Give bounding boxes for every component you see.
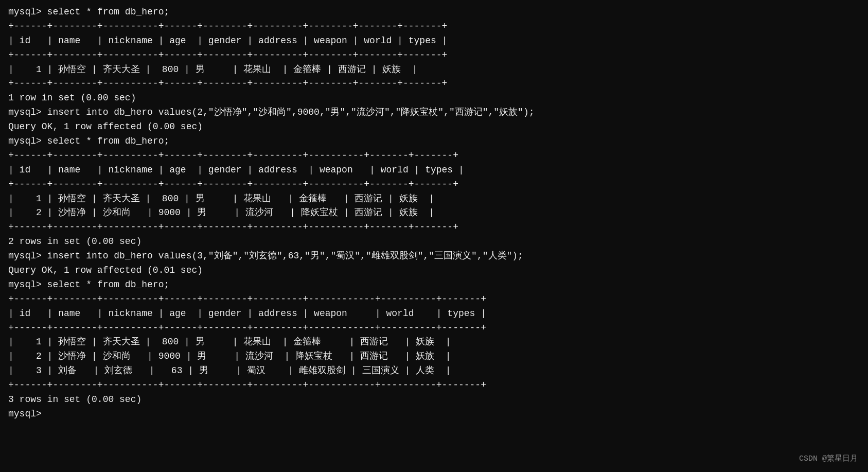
table-line-24: +------+--------+----------+------+-----… bbox=[8, 292, 860, 307]
table-line-5: +------+--------+----------+------+-----… bbox=[8, 77, 860, 91]
prompt-line-23: mysql> select * from db_hero; bbox=[8, 278, 860, 292]
result-line-31: 3 rows in set (0.00 sec) bbox=[8, 393, 860, 407]
prompt-line-20: mysql> insert into db_hero values(3,"刘备"… bbox=[8, 249, 860, 264]
prompt-line-8: mysql> insert into db_hero values(2,"沙悟净… bbox=[8, 106, 860, 120]
table-line-28: | 2 | 沙悟净 | 沙和尚 | 9000 | 男 | 流沙河 | 降妖宝杖 … bbox=[8, 349, 860, 364]
watermark: CSDN @繁星日月 bbox=[799, 453, 858, 465]
table-line-13: | id | name | nickname | age | gender | … bbox=[8, 163, 860, 178]
result-line-21: Query OK, 1 row affected (0.01 sec) bbox=[8, 264, 860, 278]
table-line-16: | 2 | 沙悟净 | 沙和尚 | 9000 | 男 | 流沙河 | 降妖宝杖 … bbox=[8, 206, 860, 220]
result-line-6: 1 row in set (0.00 sec) bbox=[8, 91, 860, 106]
table-line-4: | 1 | 孙悟空 | 齐天大圣 | 800 | 男 | 花果山 | 金箍棒 |… bbox=[8, 63, 860, 77]
prompt-line-0: mysql> select * from db_hero; bbox=[8, 5, 860, 20]
table-line-26: +------+--------+----------+------+-----… bbox=[8, 321, 860, 336]
prompt-line-11: mysql> select * from db_hero; bbox=[8, 134, 860, 149]
table-line-3: +------+--------+----------+------+-----… bbox=[8, 48, 860, 63]
result-line-9: Query OK, 1 row affected (0.00 sec) bbox=[8, 120, 860, 134]
table-line-14: +------+--------+----------+------+-----… bbox=[8, 178, 860, 192]
result-line-18: 2 rows in set (0.00 sec) bbox=[8, 235, 860, 249]
table-line-25: | id | name | nickname | age | gender | … bbox=[8, 307, 860, 321]
table-line-30: +------+--------+----------+------+-----… bbox=[8, 378, 860, 393]
table-line-12: +------+--------+----------+------+-----… bbox=[8, 149, 860, 163]
prompt-line-33: mysql> bbox=[8, 407, 860, 422]
table-line-17: +------+--------+----------+------+-----… bbox=[8, 220, 860, 235]
table-line-15: | 1 | 孙悟空 | 齐天大圣 | 800 | 男 | 花果山 | 金箍棒 |… bbox=[8, 192, 860, 206]
table-line-29: | 3 | 刘备 | 刘玄德 | 63 | 男 | 蜀汉 | 雌雄双股剑 | 三… bbox=[8, 364, 860, 378]
table-line-1: +------+--------+----------+------+-----… bbox=[8, 20, 860, 34]
table-line-2: | id | name | nickname | age | gender | … bbox=[8, 34, 860, 48]
terminal: mysql> select * from db_hero;+------+---… bbox=[8, 5, 860, 422]
table-line-27: | 1 | 孙悟空 | 齐天大圣 | 800 | 男 | 花果山 | 金箍棒 |… bbox=[8, 335, 860, 349]
